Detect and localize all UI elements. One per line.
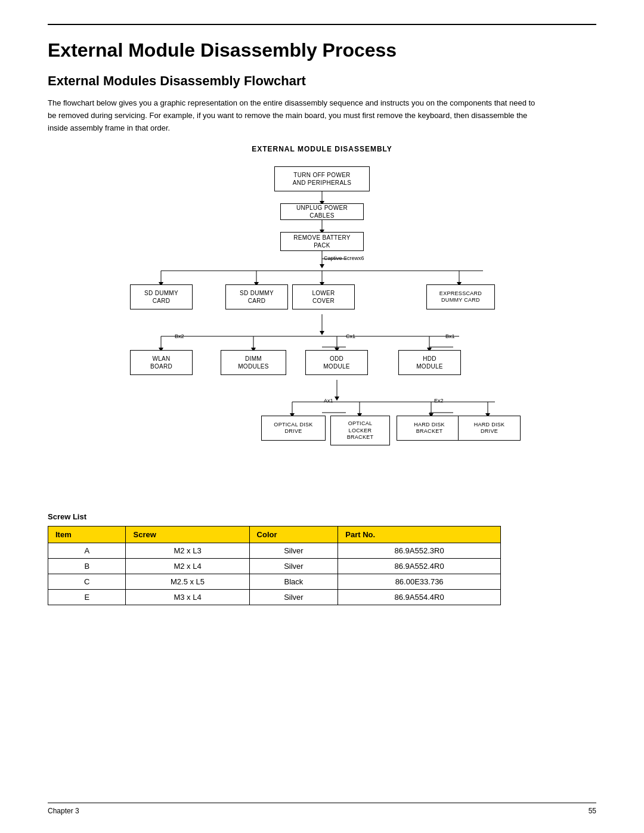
fc-box-9: DIMMMODULES — [221, 350, 286, 375]
flowchart-container: TURN OFF POWERAND PERIPHERALS UNPLUG POW… — [48, 160, 596, 494]
page-title: External Module Disassembly Process — [48, 39, 596, 61]
page: External Module Disassembly Process Exte… — [0, 0, 644, 833]
section-title: External Modules Disassembly Flowchart — [48, 73, 596, 89]
footer: Chapter 3 55 — [48, 803, 596, 815]
table-row: AM2 x L3Silver86.9A552.3R0 — [48, 543, 501, 559]
footer-right: 55 — [589, 807, 596, 815]
flowchart: TURN OFF POWERAND PERIPHERALS UNPLUG POW… — [89, 160, 555, 494]
flowchart-title: EXTERNAL MODULE DISASSEMBLY — [48, 145, 596, 153]
cx1-label: Cx1 — [346, 333, 355, 339]
fc-box-14: HARD DISKBRACKET — [397, 416, 462, 441]
footer-left: Chapter 3 — [48, 807, 79, 815]
bx1-label: Bx1 — [445, 333, 455, 339]
fc-box-10: ODDMODULE — [305, 350, 368, 375]
fc-box-2: UNPLUG POWER CABLES — [280, 203, 364, 220]
fc-box-1: TURN OFF POWERAND PERIPHERALS — [274, 166, 370, 191]
fc-box-8: WLANBOARD — [130, 350, 193, 375]
intro-text: The flowchart below gives you a graphic … — [48, 97, 537, 134]
fc-box-12: OPTICAL DISKDRIVE — [261, 416, 326, 441]
fc-box-4: SD DUMMYCARD — [130, 284, 193, 309]
bx2-label: Bx2 — [175, 333, 184, 339]
fc-box-5: SD DUMMYCARD — [225, 284, 288, 309]
fc-box-13: OPTICALLOCKERBRACKET — [330, 416, 390, 445]
fc-box-3: REMOVE BATTERY PACK — [280, 232, 364, 251]
svg-marker-5 — [320, 264, 324, 268]
screw-list-section: Screw List Item Screw Color Part No. AM2… — [48, 512, 596, 605]
fc-box-15: HARD DISKDRIVE — [458, 416, 521, 441]
col-header-partno: Part No. — [338, 527, 501, 543]
captive-screw-label: Captive Screwx6 — [324, 255, 364, 261]
table-row: CM2.5 x L5Black86.00E33.736 — [48, 574, 501, 590]
screw-table: Item Screw Color Part No. AM2 x L3Silver… — [48, 526, 501, 605]
table-row: BM2 x L4Silver86.9A552.4R0 — [48, 559, 501, 574]
fc-box-7: ExpressCardDUMMY CARD — [426, 284, 495, 309]
col-header-screw: Screw — [126, 527, 249, 543]
col-header-item: Item — [48, 527, 126, 543]
table-row: EM3 x L4Silver86.9A554.4R0 — [48, 590, 501, 605]
top-border — [48, 24, 596, 25]
col-header-color: Color — [249, 527, 338, 543]
fc-box-6: LOWERCOVER — [292, 284, 355, 309]
fc-box-11: HDDMODULE — [398, 350, 461, 375]
screw-list-title: Screw List — [48, 512, 596, 521]
svg-marker-28 — [335, 397, 339, 401]
svg-marker-17 — [320, 331, 324, 335]
ex2-label: Ex2 — [434, 398, 444, 404]
ax1-label: Ax1 — [324, 398, 333, 404]
